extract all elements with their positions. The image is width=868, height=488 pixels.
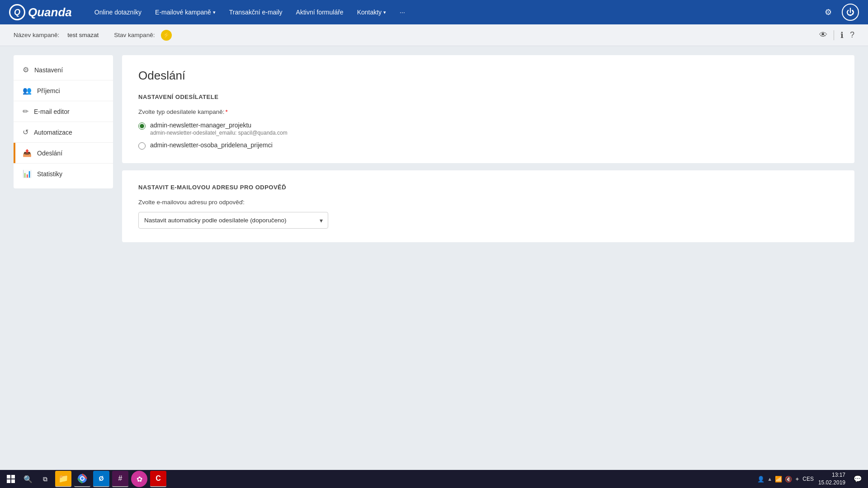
taskbar-app-outlook[interactable]: Ø <box>93 471 109 487</box>
content-area: Odeslání NASTAVENÍ ODESÍLATELE Zvolte ty… <box>122 55 854 461</box>
section1-title: NASTAVENÍ ODESÍLATELE <box>138 94 838 100</box>
radio-option-1-content: admin-newsletter-manager_projektu admin-… <box>150 122 288 136</box>
status-label: Stav kampaně: <box>114 32 155 38</box>
subheader: Název kampaně: test smazat Stav kampaně:… <box>0 24 868 46</box>
required-mark: * <box>226 108 228 115</box>
radio-input-1[interactable] <box>138 122 146 130</box>
radio-sub-1: admin-newsletter-odesilatel_emailu: spac… <box>150 130 288 136</box>
section2-form-label: Zvolte e-mailovou adresu pro odpověď: <box>138 199 838 206</box>
taskbar-ces-label: CES <box>802 476 814 482</box>
taskbar-app-chrome[interactable] <box>74 471 90 487</box>
start-button[interactable] <box>4 472 18 486</box>
radio-label-1: admin-newsletter-manager_projektu <box>150 122 288 129</box>
tray-wifi-icon: 📶 <box>775 476 782 483</box>
topnav: Q Quanda Online dotazníky E-mailové kamp… <box>0 0 868 24</box>
svg-point-6 <box>81 477 84 480</box>
subheader-right-icons: 👁 ℹ ? <box>819 30 854 40</box>
card-reply-email: NASTAVIT E-MAILOVOU ADRESU PRO ODPOVĚĎ Z… <box>122 170 854 242</box>
sidebar-label-nastaveni: Nastavení <box>34 66 63 74</box>
campaign-name-value: test smazat <box>67 32 99 38</box>
svg-rect-1 <box>11 475 15 479</box>
nav-more[interactable]: ··· <box>400 9 405 16</box>
tray-arrow-icon[interactable]: ▲ <box>767 476 772 482</box>
tray-speaker-icon[interactable]: 🔇 <box>785 476 792 483</box>
radio-option-2-content: admin-newsletter-osoba_pridelena_prijemc… <box>150 141 273 149</box>
logo-text: Quanda <box>28 5 72 19</box>
sidebar-label-email-editor: E-mail editor <box>34 108 70 115</box>
logo[interactable]: Q Quanda <box>9 4 72 20</box>
nav-emailove-kampane[interactable]: E-mailové kampaně <box>155 9 216 16</box>
taskbar-app-5[interactable]: ✿ <box>131 471 147 487</box>
sidebar: ⚙ Nastavení 👥 Příjemci ✏ E-mail editor ↺… <box>14 55 113 188</box>
sidebar-item-statistiky[interactable]: 📊 Statistiky <box>14 164 113 184</box>
sidebar-label-statistiky: Statistiky <box>37 170 62 178</box>
sidebar-item-automatizace[interactable]: ↺ Automatizace <box>14 122 113 143</box>
svg-rect-0 <box>7 475 10 479</box>
taskbar-date-display: 15.02.2019 <box>818 479 845 487</box>
page-title: Odeslání <box>138 69 838 83</box>
settings-icon[interactable]: ⚙ <box>821 5 835 19</box>
taskbar-app-6[interactable]: C <box>150 471 166 487</box>
reply-email-select[interactable]: Nastavit automaticky podle odesílatele (… <box>138 212 328 229</box>
eye-icon[interactable]: 👁 <box>819 30 827 40</box>
reply-email-select-wrap: Nastavit automaticky podle odesílatele (… <box>138 212 328 229</box>
stats-icon: 📊 <box>23 169 32 178</box>
main-layout: ⚙ Nastavení 👥 Příjemci ✏ E-mail editor ↺… <box>0 46 868 470</box>
info-icon[interactable]: ℹ <box>840 30 844 40</box>
system-tray: 👤 ▲ 📶 🔇 ✦ <box>757 476 800 483</box>
nav-right-icons: ⚙ ⏻ <box>821 4 859 21</box>
svg-rect-2 <box>7 479 10 483</box>
radio-option-1[interactable]: admin-newsletter-manager_projektu admin-… <box>138 122 838 136</box>
icon-separator <box>834 30 834 40</box>
sidebar-item-nastaveni[interactable]: ⚙ Nastavení <box>14 60 113 80</box>
taskbar-app-slack[interactable]: # <box>112 471 128 487</box>
tray-dropbox-icon: ✦ <box>795 476 800 483</box>
nav-transakcni-emaily[interactable]: Transakční e-maily <box>229 9 283 16</box>
status-icon: ⚡ <box>161 30 172 41</box>
tray-person-icon: 👤 <box>757 476 764 483</box>
section2-title: NASTAVIT E-MAILOVOU ADRESU PRO ODPOVĚĎ <box>138 184 838 191</box>
sender-type-radio-group: admin-newsletter-manager_projektu admin-… <box>138 122 838 150</box>
radio-label-2: admin-newsletter-osoba_pridelena_prijemc… <box>150 141 273 149</box>
taskbar-taskview-icon[interactable]: ⧉ <box>38 472 52 486</box>
recipients-icon: 👥 <box>23 86 32 95</box>
help-icon[interactable]: ? <box>850 30 854 40</box>
sidebar-item-odeslani[interactable]: 📤 Odeslání <box>14 143 113 164</box>
taskbar-time-display: 13:17 <box>818 471 845 479</box>
campaign-name-label: Název kampaně: <box>14 32 59 38</box>
nav-kontakty[interactable]: Kontakty <box>357 9 386 16</box>
send-icon: 📤 <box>23 149 32 157</box>
sidebar-label-prijemci: Příjemci <box>37 87 60 94</box>
card-sender-settings: Odeslání NASTAVENÍ ODESÍLATELE Zvolte ty… <box>122 55 854 163</box>
section1-form-label: Zvolte typ odesílatele kampaně:* <box>138 108 838 115</box>
editor-icon: ✏ <box>23 107 28 116</box>
taskbar-datetime: 13:17 15.02.2019 <box>818 471 845 487</box>
sidebar-label-automatizace: Automatizace <box>34 129 72 136</box>
sidebar-item-email-editor[interactable]: ✏ E-mail editor <box>14 101 113 122</box>
nav-online-dotazniky[interactable]: Online dotazníky <box>94 9 142 16</box>
automation-icon: ↺ <box>23 128 28 136</box>
power-button[interactable]: ⏻ <box>842 4 859 21</box>
sidebar-label-odeslani: Odeslání <box>37 150 62 157</box>
taskbar: 🔍 ⧉ 📁 Ø # ✿ C 👤 ▲ 📶 🔇 ✦ CES 13:17 15.02.… <box>0 470 868 488</box>
sidebar-item-prijemci[interactable]: 👥 Příjemci <box>14 80 113 101</box>
nav-aktivni-formulare[interactable]: Aktivní formuláře <box>296 9 344 16</box>
taskbar-notification-icon[interactable]: 💬 <box>851 472 864 486</box>
logo-circle: Q <box>9 4 25 20</box>
radio-input-2[interactable] <box>138 142 146 150</box>
taskbar-search-icon[interactable]: 🔍 <box>21 472 35 486</box>
svg-rect-3 <box>11 479 15 483</box>
radio-option-2[interactable]: admin-newsletter-osoba_pridelena_prijemc… <box>138 141 838 150</box>
settings-icon: ⚙ <box>23 66 29 74</box>
taskbar-app-files[interactable]: 📁 <box>55 471 71 487</box>
